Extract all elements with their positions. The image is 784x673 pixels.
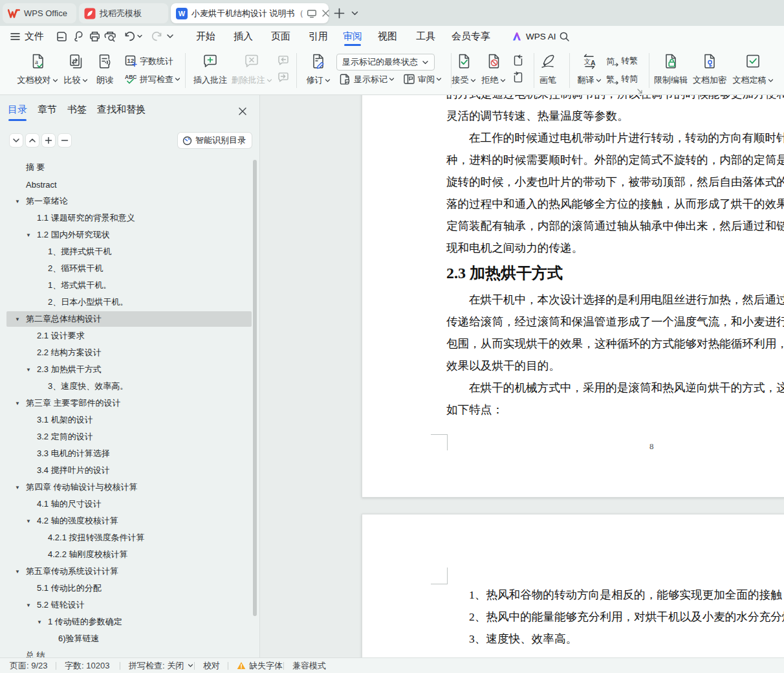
missing-fonts-status[interactable]: 缺失字体: [237, 658, 283, 673]
finalize-document-button[interactable]: 文档定稿: [729, 53, 777, 86]
menu-review[interactable]: 审阅: [343, 26, 362, 47]
menu-insert[interactable]: 插入: [234, 26, 253, 47]
previous-change-button[interactable]: [512, 54, 525, 67]
compare-button[interactable]: 比较: [60, 53, 91, 86]
toc-item[interactable]: 3、速度快、效率高。: [0, 378, 260, 395]
read-aloud-button[interactable]: 朗读: [92, 53, 118, 86]
toc-expand-arrow-icon[interactable]: ▼: [26, 602, 37, 608]
tab-wps-office[interactable]: WPS Office: [3, 3, 76, 23]
compat-mode-status[interactable]: 兼容模式: [292, 658, 326, 673]
toc-item[interactable]: ▼第一章绪论: [0, 193, 260, 210]
search-icon[interactable]: [559, 26, 570, 47]
sidebar-tab-chapters[interactable]: 章节: [38, 104, 57, 121]
toc-item[interactable]: ▼1 传动链的参数确定: [0, 613, 260, 630]
sidebar-scrollbar-thumb[interactable]: [253, 160, 257, 616]
toc-item[interactable]: ▼第五章传动系统设计计算: [0, 563, 260, 580]
toc-item[interactable]: 1.1 课题研究的背景和意义: [0, 210, 260, 226]
sidebar-tab-contents[interactable]: 目录: [8, 104, 27, 121]
toc-item[interactable]: 2.1 设计要求: [0, 327, 260, 344]
collapse-all-button[interactable]: [10, 134, 23, 147]
zoom-in-toc-button[interactable]: [42, 134, 55, 147]
toc-item[interactable]: ▼5.2 链轮设计: [0, 597, 260, 613]
toc-item[interactable]: 2、日本小型烘干机。: [0, 294, 260, 311]
toc-item[interactable]: Abstract: [0, 176, 260, 193]
track-changes-button[interactable]: 修订: [301, 53, 335, 86]
toc-item[interactable]: 摘 要: [0, 159, 260, 176]
menu-home[interactable]: 开始: [196, 26, 215, 47]
tab-list-dropdown-icon[interactable]: [351, 8, 359, 20]
markup-state-dropdown[interactable]: 显示标记的最终状态: [336, 54, 435, 71]
encrypt-document-button[interactable]: 文档加密: [690, 53, 729, 86]
toc-item[interactable]: 4.2.2 轴刚度校核计算: [0, 546, 260, 563]
toc-item[interactable]: 3.2 定筒的设计: [0, 428, 260, 445]
spell-check-button[interactable]: ABC 拼写检查: [125, 73, 180, 85]
sidebar-tab-bookmarks[interactable]: 书签: [67, 104, 87, 121]
menu-membership[interactable]: 会员专享: [452, 26, 490, 47]
toc-item[interactable]: 1、塔式烘干机。: [0, 277, 260, 294]
next-change-button[interactable]: [512, 71, 525, 83]
close-tab-icon[interactable]: [321, 9, 330, 17]
tab-document-active[interactable]: W 小麦烘干机结构设计 说明书 （: [171, 3, 329, 23]
tab-docer-templates[interactable]: 找稻壳模板: [79, 3, 168, 23]
menu-tools[interactable]: 工具: [416, 26, 435, 47]
toc-expand-arrow-icon[interactable]: ▼: [15, 485, 26, 491]
zoom-out-toc-button[interactable]: [58, 134, 71, 147]
more-commands-icon[interactable]: [166, 26, 175, 47]
new-tab-button[interactable]: [331, 5, 347, 21]
toc-item[interactable]: 2.2 结构方案设计: [0, 344, 260, 361]
close-sidebar-icon[interactable]: [238, 107, 247, 116]
toc-item[interactable]: 总 结: [0, 647, 260, 657]
restrict-editing-button[interactable]: 限制编辑: [651, 53, 690, 86]
toc-expand-arrow-icon[interactable]: ▼: [26, 367, 37, 373]
undo-dropdown-icon[interactable]: [136, 26, 143, 47]
toc-expand-arrow-icon[interactable]: ▼: [15, 199, 26, 204]
page-indicator[interactable]: 页面: 9/23: [10, 658, 48, 673]
toc-expand-arrow-icon[interactable]: ▼: [26, 518, 37, 524]
document-page-9[interactable]: 1、热风和谷物的转动方向是相反的，能够实现更加全面的接触，2、热风中的能量能够充…: [362, 514, 784, 657]
wps-ai-button[interactable]: WPS AI: [512, 26, 556, 47]
toc-item[interactable]: 2、循环烘干机: [0, 260, 260, 277]
undo-icon[interactable]: [122, 28, 137, 44]
toc-item[interactable]: 1、搅拌式烘干机: [0, 243, 260, 260]
expand-all-button[interactable]: [26, 134, 39, 147]
translate-button[interactable]: 文A 翻译: [574, 53, 605, 86]
smart-toc-button[interactable]: 智能识别目录: [178, 133, 252, 148]
proofread-status[interactable]: 校对: [203, 658, 220, 673]
sidebar-tab-find-replace[interactable]: 查找和替换: [97, 104, 146, 121]
previous-comment-button[interactable]: [277, 54, 290, 67]
print-preview-icon[interactable]: [103, 28, 118, 44]
accept-change-button[interactable]: 接受: [451, 53, 477, 86]
delete-comment-button[interactable]: 删除批注: [230, 53, 274, 86]
toc-expand-arrow-icon[interactable]: ▼: [15, 401, 26, 406]
toc-expand-arrow-icon[interactable]: ▼: [37, 619, 48, 625]
toc-item[interactable]: 4.2.1 按扭转强度条件计算: [0, 529, 260, 546]
toc-item[interactable]: 5.1 传动比的分配: [0, 580, 260, 597]
toc-item[interactable]: ▼2.3 加热烘干方式: [0, 361, 260, 378]
spell-check-status[interactable]: 拼写检查: 关闭: [129, 658, 194, 673]
redo-icon[interactable]: [149, 28, 164, 44]
save-icon[interactable]: [54, 28, 69, 44]
file-menu[interactable]: 文件: [10, 26, 44, 47]
toc-item[interactable]: ▼1.2 国内外研究现状: [0, 226, 260, 243]
toc-item[interactable]: 4.1 轴的尺寸设计: [0, 496, 260, 513]
insert-comment-button[interactable]: 插入批注: [191, 53, 230, 86]
menu-view[interactable]: 视图: [378, 26, 397, 47]
menu-page[interactable]: 页面: [271, 26, 290, 47]
simplified-to-traditional-button[interactable]: 简 转繁: [606, 55, 638, 67]
document-page-8[interactable]: 的方式是通过电机来控制调节的，所以在调节的时候能够更加方便和灵活的调节转速、热量…: [362, 95, 784, 498]
toc-expand-arrow-icon[interactable]: ▼: [15, 569, 26, 575]
toc-expand-arrow-icon[interactable]: ▼: [26, 232, 37, 238]
toc-item[interactable]: 3.4 搅拌叶片的设计: [0, 462, 260, 479]
pen-button[interactable]: 画笔: [535, 53, 561, 86]
print-icon[interactable]: [87, 28, 102, 44]
export-pdf-icon[interactable]: [71, 28, 86, 44]
toc-item[interactable]: ▼第四章 传动轴设计与校核计算: [0, 479, 260, 496]
proof-document-button[interactable]: a 文档校对: [15, 53, 60, 86]
show-markup-button[interactable]: 显示标记: [339, 73, 395, 85]
toc-item[interactable]: ▼4.2 轴的强度校核计算: [0, 513, 260, 529]
word-count-button[interactable]: 12 字数统计: [125, 55, 173, 67]
reject-change-button[interactable]: 拒绝: [481, 53, 506, 86]
toc-item[interactable]: 3.1 机架的设计: [0, 412, 260, 428]
next-comment-button[interactable]: [277, 71, 290, 83]
toc-item[interactable]: ▼第二章总体结构设计: [0, 311, 260, 327]
